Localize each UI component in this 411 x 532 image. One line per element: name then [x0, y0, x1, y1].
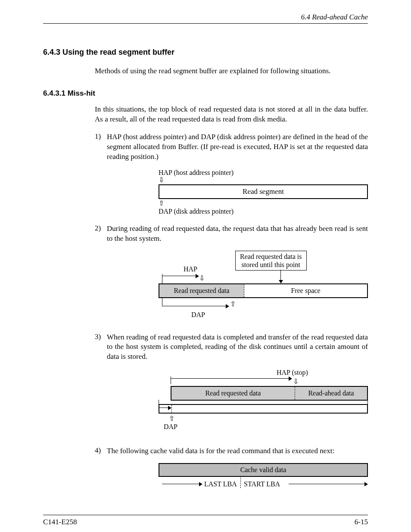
segment-label: Read segment	[243, 187, 284, 196]
diagram-1: HAP (host address pointer) ⇩ Read segmen…	[159, 169, 368, 215]
arrow-down-icon: ⇩	[159, 177, 368, 184]
dap-label: DAP (disk address pointer)	[159, 208, 368, 215]
segment-bar: Read requested data Free space	[159, 283, 368, 298]
arrow-right-icon	[162, 274, 198, 278]
item-number: 4)	[95, 446, 107, 456]
item-text: The following cache valid data is for th…	[107, 446, 368, 456]
item-number: 3)	[95, 333, 107, 362]
page-header: 6.4 Read-ahead Cache	[43, 13, 368, 24]
numbered-list: 1) HAP (host address pointer) and DAP (d…	[95, 132, 368, 493]
diagram-2: Read requested data is stored until this…	[159, 251, 368, 324]
arrow-down-icon: ⇩	[293, 377, 299, 386]
page-footer: C141-E258 6-15	[43, 515, 368, 526]
arrow-down-icon: ⇩	[199, 274, 205, 282]
item-text: When reading of read requested data is c…	[107, 333, 368, 362]
diagram-4: Cache valid data LAST LBA START LBA	[159, 463, 368, 493]
divider-icon	[171, 405, 172, 413]
read-ahead-segment: Read-ahead data	[295, 387, 367, 400]
item-text: During reading of read requested data, t…	[107, 224, 368, 244]
footer-doc-id: C141-E258	[43, 518, 77, 526]
item-text: HAP (host address pointer) and DAP (disk…	[107, 132, 368, 162]
hap-stop-label: HAP (stop)	[277, 369, 308, 376]
start-lba-label: START LBA	[244, 480, 280, 488]
line-icon	[159, 408, 169, 408]
read-requested-segment: Read requested data	[159, 284, 244, 297]
segment-bar: Read requested data Read-ahead data	[171, 386, 368, 401]
list-item: 2) During reading of read requested data…	[95, 224, 368, 244]
arrow-right-icon	[199, 482, 202, 486]
arrow-up-icon: ⇧	[159, 200, 368, 207]
read-requested-segment: Read requested data	[171, 387, 295, 400]
cache-valid-bar: Cache valid data	[159, 463, 368, 477]
diagram-3: HAP (stop) ⇩ Read requested data Read-ah…	[159, 369, 368, 438]
list-item: 3) When reading of read requested data i…	[95, 333, 368, 362]
cache-valid-label: Cache valid data	[240, 466, 286, 474]
callout-box: Read requested data is stored until this…	[235, 251, 307, 271]
callout-line1: Read requested data is	[240, 253, 302, 260]
arrow-right-icon	[168, 406, 171, 410]
dashed-divider-icon	[240, 476, 241, 488]
callout-arrow-icon	[280, 270, 281, 283]
subsection-heading: 6.4.3.1 Miss-hit	[43, 89, 368, 98]
arrow-right-icon	[162, 304, 228, 308]
item-number: 1)	[95, 132, 107, 162]
item-number: 2)	[95, 224, 107, 244]
free-space-segment: Free space	[244, 284, 367, 297]
dap-label: DAP	[164, 423, 177, 431]
section-heading: 6.4.3 Using the read segment buffer	[43, 48, 368, 57]
line-icon	[159, 400, 159, 410]
miss-intro: In this situations, the top block of rea…	[95, 105, 368, 124]
hap-label: HAP	[184, 265, 197, 273]
hap-label: HAP (host address pointer)	[159, 169, 368, 177]
line-icon	[289, 484, 364, 484]
arrow-right-icon	[171, 376, 291, 381]
list-item: 1) HAP (host address pointer) and DAP (d…	[95, 132, 368, 162]
wrap-bar	[159, 404, 368, 414]
intro-text: Methods of using the read segment buffer…	[95, 66, 368, 76]
arrow-up-icon: ⇧	[169, 414, 174, 423]
last-lba-label: LAST LBA	[204, 480, 237, 488]
line-icon	[162, 484, 200, 484]
callout-line2: stored until this point	[242, 261, 300, 268]
dap-label: DAP	[191, 311, 205, 319]
arrow-up-icon: ⇧	[230, 300, 236, 308]
read-segment-bar: Read segment	[159, 184, 368, 199]
arrow-right-icon	[364, 482, 368, 486]
footer-page-number: 6-15	[355, 518, 368, 526]
list-item: 4) The following cache valid data is for…	[95, 446, 368, 456]
page: 6.4 Read-ahead Cache 6.4.3 Using the rea…	[0, 0, 411, 532]
